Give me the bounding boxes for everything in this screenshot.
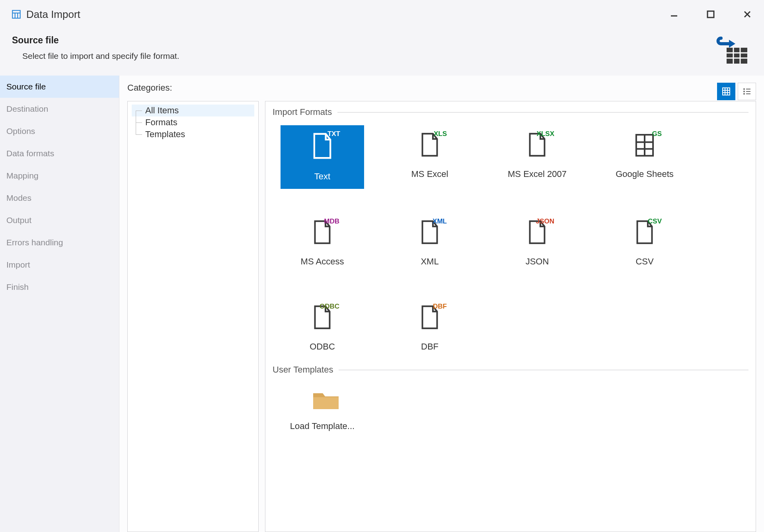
file-icon: GS	[634, 132, 655, 158]
wizard-steps-sidebar: Source fileDestinationOptionsData format…	[0, 76, 119, 532]
file-icon: MDB	[312, 219, 333, 245]
svg-rect-14	[723, 88, 730, 95]
format-tile-text[interactable]: TXT Text	[281, 125, 364, 189]
maximize-button[interactable]	[702, 6, 719, 23]
app-icon	[11, 9, 21, 19]
file-icon: DBF	[419, 304, 440, 330]
file-icon: JSON	[526, 219, 548, 245]
folder-icon	[312, 389, 333, 416]
tile-label: MS Excel 2007	[508, 169, 567, 179]
sidebar-step-finish[interactable]: Finish	[0, 276, 119, 298]
template-tile-load[interactable]: Load Template...	[281, 383, 364, 439]
svg-point-21	[743, 91, 745, 92]
file-icon: CSV	[634, 219, 655, 245]
tree-node-formats[interactable]: Formats	[132, 116, 254, 128]
tile-label: XML	[421, 256, 439, 267]
svg-rect-0	[12, 10, 20, 18]
import-formats-label: Import Formats	[273, 107, 332, 117]
main-panel: Categories:	[119, 76, 764, 532]
svg-point-23	[743, 93, 745, 95]
format-tile-ms-access[interactable]: MDB MS Access	[281, 213, 364, 274]
tile-label: ODBC	[310, 342, 335, 352]
tile-label: MS Access	[301, 256, 344, 267]
grid-view-button[interactable]	[717, 83, 735, 100]
format-tile-ms-excel[interactable]: XLS MS Excel	[388, 125, 472, 189]
format-tile-odbc[interactable]: ODBC ODBC	[281, 298, 364, 359]
view-mode-toggle	[717, 83, 756, 100]
format-tile-ms-excel-2007[interactable]: XLSX MS Excel 2007	[495, 125, 579, 189]
sidebar-step-source-file[interactable]: Source file	[0, 76, 119, 98]
categories-tree: All ItemsFormatsTemplates	[127, 101, 259, 532]
sidebar-step-destination[interactable]: Destination	[0, 98, 119, 120]
close-button[interactable]	[739, 6, 756, 23]
sidebar-step-mapping[interactable]: Mapping	[0, 165, 119, 187]
page-heading: Source file	[12, 35, 712, 46]
file-icon: TXT	[311, 132, 334, 160]
tile-label: DBF	[421, 342, 439, 352]
tile-label: Load Template...	[290, 421, 355, 431]
file-icon: XML	[419, 219, 440, 245]
sidebar-step-output[interactable]: Output	[0, 209, 119, 231]
tree-node-templates[interactable]: Templates	[132, 128, 254, 140]
page-header: Source file Select file to import and sp…	[0, 26, 764, 76]
import-to-table-icon	[712, 35, 748, 64]
user-templates-label: User Templates	[273, 365, 333, 375]
sidebar-step-import[interactable]: Import	[0, 254, 119, 276]
minimize-button[interactable]	[665, 6, 683, 23]
svg-point-19	[743, 88, 745, 90]
page-subheading: Select file to import and specify file f…	[12, 51, 712, 61]
file-icon: XLS	[419, 132, 440, 158]
tile-label: Text	[314, 171, 330, 182]
sidebar-step-data-formats[interactable]: Data formats	[0, 142, 119, 165]
file-icon: XLSX	[526, 132, 548, 158]
format-tile-xml[interactable]: XML XML	[388, 213, 472, 274]
list-view-button[interactable]	[738, 83, 756, 100]
tile-label: Google Sheets	[616, 169, 674, 179]
format-tile-google-sheets[interactable]: GS Google Sheets	[603, 125, 686, 189]
window-title: Data Import	[26, 8, 665, 21]
sidebar-step-options[interactable]: Options	[0, 120, 119, 142]
data-import-window: Data Import Source file Select file to i…	[0, 0, 764, 532]
svg-rect-8	[727, 48, 747, 64]
svg-marker-13	[729, 40, 735, 48]
tile-label: CSV	[635, 256, 653, 267]
format-tile-csv[interactable]: CSV CSV	[603, 213, 686, 274]
user-templates-group: User Templates Load Template...	[273, 365, 748, 439]
import-formats-group: Import Formats TXT Text XLS MS Excel XLS…	[273, 107, 748, 359]
sidebar-step-modes[interactable]: Modes	[0, 187, 119, 209]
svg-rect-5	[707, 11, 714, 17]
formats-panel[interactable]: Import Formats TXT Text XLS MS Excel XLS…	[265, 101, 756, 532]
titlebar: Data Import	[0, 0, 764, 26]
categories-label: Categories:	[127, 83, 172, 93]
format-tile-json[interactable]: JSON JSON	[495, 213, 579, 274]
sidebar-step-errors-handling[interactable]: Errors handling	[0, 231, 119, 254]
tile-label: MS Excel	[411, 169, 448, 179]
file-icon: ODBC	[312, 304, 333, 330]
tile-label: JSON	[526, 256, 549, 267]
format-tile-dbf[interactable]: DBF DBF	[388, 298, 472, 359]
tree-node-all-items[interactable]: All Items	[132, 105, 254, 116]
